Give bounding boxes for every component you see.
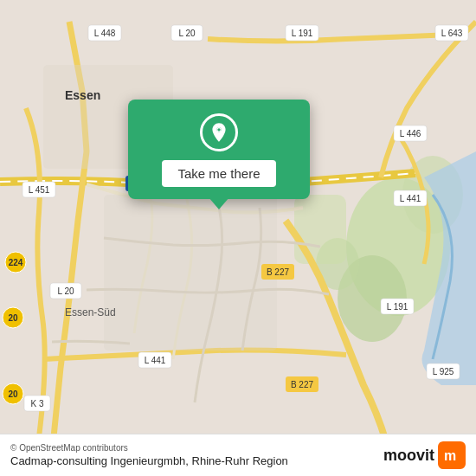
- svg-text:L 643: L 643: [441, 29, 463, 38]
- map-container: L 448 L 20 L 191 L 643 L 451 A 40 L 446 …: [0, 0, 476, 476]
- svg-text:L 441: L 441: [400, 194, 421, 203]
- svg-text:L 191: L 191: [387, 302, 408, 312]
- moovit-logo: moovit m: [383, 441, 466, 469]
- svg-text:m: m: [444, 448, 456, 463]
- location-pin: [200, 113, 238, 151]
- svg-text:B 227: B 227: [267, 267, 290, 277]
- svg-text:L 446: L 446: [400, 129, 421, 138]
- svg-text:L 20: L 20: [178, 29, 196, 38]
- svg-point-47: [217, 128, 220, 131]
- bottom-bar: © OpenStreetMap contributors Cadmap-cons…: [0, 434, 476, 476]
- svg-text:L 448: L 448: [94, 29, 116, 38]
- svg-text:L 925: L 925: [433, 367, 454, 376]
- svg-text:20: 20: [8, 389, 18, 399]
- bottom-left-info: © OpenStreetMap contributors Cadmap-cons…: [10, 443, 288, 467]
- svg-text:L 441: L 441: [145, 356, 166, 365]
- svg-text:L 20: L 20: [57, 286, 74, 296]
- svg-text:L 191: L 191: [292, 29, 313, 38]
- place-name: Cadmap-consulting Ingenieurgmbh, Rhine-R…: [10, 454, 288, 467]
- svg-text:L 451: L 451: [29, 185, 50, 195]
- svg-text:224: 224: [9, 258, 23, 267]
- map-background: L 448 L 20 L 191 L 643 L 451 A 40 L 446 …: [0, 0, 476, 476]
- svg-rect-4: [294, 195, 346, 264]
- moovit-icon: m: [438, 441, 466, 469]
- svg-rect-7: [104, 195, 277, 351]
- svg-text:K 3: K 3: [30, 399, 43, 408]
- moovit-text: moovit: [383, 447, 434, 465]
- svg-text:B 227: B 227: [291, 380, 314, 389]
- svg-text:Essen: Essen: [65, 88, 100, 102]
- svg-text:20: 20: [8, 313, 18, 323]
- map-popup: Take me there: [128, 100, 310, 199]
- svg-text:Essen-Süd: Essen-Süd: [65, 306, 116, 318]
- osm-credit: © OpenStreetMap contributors: [10, 443, 288, 453]
- take-me-there-button[interactable]: Take me there: [162, 160, 275, 187]
